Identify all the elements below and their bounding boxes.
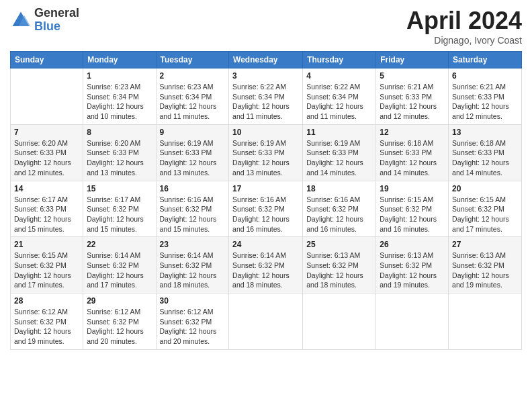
calendar-title: April 2024	[406, 7, 522, 35]
day-number: 9	[160, 128, 226, 137]
day-number: 18	[306, 184, 372, 193]
day-number: 12	[380, 128, 445, 137]
calendar-cell: 28Sunrise: 6:12 AM Sunset: 6:32 PM Dayli…	[11, 293, 83, 350]
calendar-week-2: 7Sunrise: 6:20 AM Sunset: 6:33 PM Daylig…	[11, 124, 522, 181]
day-info: Sunrise: 6:15 AM Sunset: 6:32 PM Dayligh…	[14, 250, 79, 290]
day-number: 23	[160, 240, 226, 249]
day-info: Sunrise: 6:13 AM Sunset: 6:32 PM Dayligh…	[306, 250, 372, 290]
day-info: Sunrise: 6:18 AM Sunset: 6:33 PM Dayligh…	[380, 138, 445, 178]
day-number: 25	[306, 240, 372, 249]
calendar-cell: 26Sunrise: 6:13 AM Sunset: 6:32 PM Dayli…	[376, 237, 449, 293]
day-number: 8	[87, 128, 152, 137]
calendar-cell: 29Sunrise: 6:12 AM Sunset: 6:32 PM Dayli…	[83, 293, 156, 350]
calendar-header-row: SundayMondayTuesdayWednesdayThursdayFrid…	[11, 52, 522, 68]
day-number: 15	[87, 184, 152, 193]
day-number: 28	[14, 296, 79, 306]
calendar-cell: 5Sunrise: 6:21 AM Sunset: 6:33 PM Daylig…	[376, 68, 449, 125]
calendar-cell	[376, 293, 449, 350]
calendar-cell	[303, 293, 376, 350]
day-header-thursday: Thursday	[303, 52, 376, 68]
day-number: 10	[232, 128, 299, 137]
logo: General Blue	[10, 7, 79, 34]
day-header-tuesday: Tuesday	[156, 52, 229, 68]
calendar-cell: 20Sunrise: 6:15 AM Sunset: 6:32 PM Dayli…	[449, 181, 522, 237]
day-header-friday: Friday	[376, 52, 449, 68]
day-info: Sunrise: 6:20 AM Sunset: 6:33 PM Dayligh…	[87, 138, 152, 178]
calendar-cell: 18Sunrise: 6:16 AM Sunset: 6:32 PM Dayli…	[303, 181, 376, 237]
day-info: Sunrise: 6:19 AM Sunset: 6:33 PM Dayligh…	[306, 138, 372, 178]
day-info: Sunrise: 6:16 AM Sunset: 6:32 PM Dayligh…	[306, 195, 372, 234]
day-number: 3	[232, 71, 299, 81]
day-info: Sunrise: 6:23 AM Sunset: 6:34 PM Dayligh…	[87, 82, 152, 122]
day-info: Sunrise: 6:16 AM Sunset: 6:32 PM Dayligh…	[160, 195, 226, 234]
day-info: Sunrise: 6:13 AM Sunset: 6:32 PM Dayligh…	[380, 250, 445, 290]
calendar-cell: 30Sunrise: 6:12 AM Sunset: 6:32 PM Dayli…	[156, 293, 229, 350]
calendar-cell: 10Sunrise: 6:19 AM Sunset: 6:33 PM Dayli…	[229, 124, 303, 181]
day-info: Sunrise: 6:19 AM Sunset: 6:33 PM Dayligh…	[232, 138, 299, 178]
day-number: 26	[380, 240, 445, 249]
day-info: Sunrise: 6:18 AM Sunset: 6:33 PM Dayligh…	[452, 138, 518, 178]
day-info: Sunrise: 6:13 AM Sunset: 6:32 PM Dayligh…	[452, 250, 518, 290]
day-info: Sunrise: 6:16 AM Sunset: 6:32 PM Dayligh…	[232, 195, 299, 234]
day-header-monday: Monday	[83, 52, 156, 68]
day-number: 7	[14, 128, 79, 137]
day-number: 24	[232, 240, 299, 249]
day-info: Sunrise: 6:20 AM Sunset: 6:33 PM Dayligh…	[14, 138, 79, 178]
calendar-cell	[229, 293, 303, 350]
day-number: 13	[452, 128, 518, 137]
day-info: Sunrise: 6:15 AM Sunset: 6:32 PM Dayligh…	[452, 195, 518, 234]
calendar-week-4: 21Sunrise: 6:15 AM Sunset: 6:32 PM Dayli…	[11, 237, 522, 293]
calendar-cell: 15Sunrise: 6:17 AM Sunset: 6:32 PM Dayli…	[83, 181, 156, 237]
day-number: 27	[452, 240, 518, 249]
calendar-cell: 3Sunrise: 6:22 AM Sunset: 6:34 PM Daylig…	[229, 68, 303, 125]
day-number: 21	[14, 240, 79, 249]
day-number: 4	[306, 71, 372, 81]
calendar-cell: 21Sunrise: 6:15 AM Sunset: 6:32 PM Dayli…	[11, 237, 83, 293]
calendar-cell: 1Sunrise: 6:23 AM Sunset: 6:34 PM Daylig…	[83, 68, 156, 125]
calendar-cell: 11Sunrise: 6:19 AM Sunset: 6:33 PM Dayli…	[303, 124, 376, 181]
calendar-cell: 16Sunrise: 6:16 AM Sunset: 6:32 PM Dayli…	[156, 181, 229, 237]
calendar-cell: 12Sunrise: 6:18 AM Sunset: 6:33 PM Dayli…	[376, 124, 449, 181]
day-number: 1	[87, 71, 152, 81]
day-info: Sunrise: 6:19 AM Sunset: 6:33 PM Dayligh…	[160, 138, 226, 178]
calendar-cell: 2Sunrise: 6:23 AM Sunset: 6:34 PM Daylig…	[156, 68, 229, 125]
day-number: 20	[452, 184, 518, 193]
day-info: Sunrise: 6:15 AM Sunset: 6:32 PM Dayligh…	[380, 195, 445, 234]
day-info: Sunrise: 6:23 AM Sunset: 6:34 PM Dayligh…	[160, 82, 226, 122]
day-info: Sunrise: 6:14 AM Sunset: 6:32 PM Dayligh…	[87, 250, 152, 290]
day-number: 2	[160, 71, 226, 81]
logo-text: General Blue	[34, 7, 79, 34]
day-number: 6	[452, 71, 518, 81]
calendar-cell: 24Sunrise: 6:14 AM Sunset: 6:32 PM Dayli…	[229, 237, 303, 293]
logo-general-text: General	[34, 7, 79, 20]
logo-icon	[10, 9, 32, 31]
calendar-cell: 25Sunrise: 6:13 AM Sunset: 6:32 PM Dayli…	[303, 237, 376, 293]
day-number: 30	[160, 296, 226, 306]
logo-blue-text: Blue	[34, 20, 79, 34]
day-info: Sunrise: 6:14 AM Sunset: 6:32 PM Dayligh…	[232, 250, 299, 290]
calendar-location: Dignago, Ivory Coast	[406, 35, 522, 46]
day-info: Sunrise: 6:12 AM Sunset: 6:32 PM Dayligh…	[160, 307, 226, 347]
day-number: 11	[306, 128, 372, 137]
calendar-cell: 17Sunrise: 6:16 AM Sunset: 6:32 PM Dayli…	[229, 181, 303, 237]
calendar-cell	[11, 68, 83, 125]
calendar-week-1: 1Sunrise: 6:23 AM Sunset: 6:34 PM Daylig…	[11, 68, 522, 125]
header: General Blue April 2024 Dignago, Ivory C…	[10, 7, 522, 46]
calendar-cell: 22Sunrise: 6:14 AM Sunset: 6:32 PM Dayli…	[83, 237, 156, 293]
page: General Blue April 2024 Dignago, Ivory C…	[0, 0, 532, 411]
day-number: 22	[87, 240, 152, 249]
day-number: 17	[232, 184, 299, 193]
calendar-cell: 4Sunrise: 6:22 AM Sunset: 6:34 PM Daylig…	[303, 68, 376, 125]
day-info: Sunrise: 6:21 AM Sunset: 6:33 PM Dayligh…	[380, 82, 445, 122]
day-header-wednesday: Wednesday	[229, 52, 303, 68]
calendar-table: SundayMondayTuesdayWednesdayThursdayFrid…	[10, 51, 522, 350]
calendar-cell: 19Sunrise: 6:15 AM Sunset: 6:32 PM Dayli…	[376, 181, 449, 237]
calendar-cell: 13Sunrise: 6:18 AM Sunset: 6:33 PM Dayli…	[449, 124, 522, 181]
calendar-cell	[449, 293, 522, 350]
calendar-cell: 7Sunrise: 6:20 AM Sunset: 6:33 PM Daylig…	[11, 124, 83, 181]
calendar-cell: 27Sunrise: 6:13 AM Sunset: 6:32 PM Dayli…	[449, 237, 522, 293]
calendar-week-5: 28Sunrise: 6:12 AM Sunset: 6:32 PM Dayli…	[11, 293, 522, 350]
day-info: Sunrise: 6:22 AM Sunset: 6:34 PM Dayligh…	[306, 82, 372, 122]
calendar-week-3: 14Sunrise: 6:17 AM Sunset: 6:33 PM Dayli…	[11, 181, 522, 237]
day-number: 19	[380, 184, 445, 193]
